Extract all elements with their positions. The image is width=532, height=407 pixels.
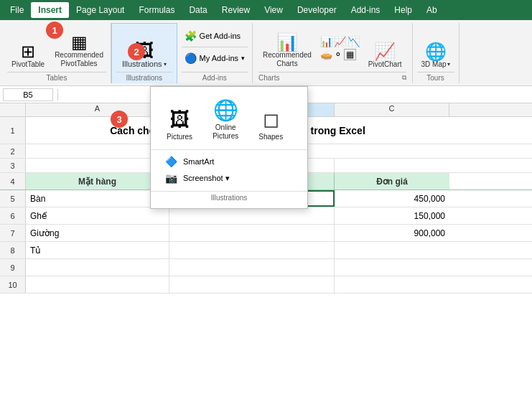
recommended-charts-label: RecommendedCharts	[263, 51, 312, 68]
cell-A8[interactable]: Tủ	[26, 242, 169, 258]
3dmap-label: 3D Map ▾	[421, 60, 450, 68]
area-chart-button[interactable]: 📉	[347, 36, 360, 47]
illustrations-label: Illustrations ▾	[122, 60, 167, 68]
online-pictures-icon: 🌐	[213, 98, 238, 122]
online-pictures-label: OnlinePictures	[213, 123, 238, 141]
smartart-icon: 🔷	[165, 156, 177, 167]
row-header: 7	[0, 225, 26, 241]
pictures-icon: 🖼	[169, 108, 190, 131]
table-row: 10	[0, 276, 532, 294]
recommended-pivottables-button[interactable]: ▦ RecommendedPivotTables	[52, 32, 106, 70]
illustrations-panel-label: Illustrations	[151, 191, 307, 204]
ribbon-content: ⊞ PivotTable ▦ RecommendedPivotTables Ta…	[3, 23, 529, 83]
row-header: 8	[0, 242, 26, 258]
row-header: 4	[0, 173, 26, 190]
line-chart-button[interactable]: 📈	[334, 36, 346, 47]
cell-B7[interactable]	[169, 225, 335, 241]
col-header-C: C	[335, 103, 449, 116]
menu-insert[interactable]: Insert	[31, 2, 69, 18]
badge-3: 3	[111, 111, 128, 128]
cell-A6[interactable]: Ghế	[26, 207, 169, 224]
table-row: 8 Tủ	[0, 242, 532, 259]
pie-chart-button[interactable]: 🥧	[320, 49, 332, 60]
row-header: 6	[0, 207, 26, 224]
shapes-label: Shapes	[258, 133, 283, 141]
pivottable-label: PivotTable	[11, 60, 45, 68]
menu-review[interactable]: Review	[215, 2, 257, 18]
cell-B6[interactable]	[169, 207, 335, 224]
online-pictures-button[interactable]: 🌐 OnlinePictures	[208, 95, 243, 144]
addins-group-label: Add-ins	[182, 72, 248, 83]
recommended-pivottables-label: RecommendedPivotTables	[55, 51, 103, 68]
screenshot-label: Screenshot ▾	[183, 174, 230, 183]
charts-group-label: Charts⧉	[258, 72, 406, 83]
pivotchart-label: PivotChart	[368, 60, 402, 68]
ribbon-group-charts: 📊 RecommendedCharts 📊 📈 📉 🥧 ⚬ ▦	[253, 23, 413, 83]
shapes-icon: ◻	[263, 108, 279, 131]
table-row: 6 Ghế 150,000	[0, 207, 532, 225]
tours-group-label: Tours	[417, 72, 454, 83]
pictures-button[interactable]: 🖼 Pictures	[162, 105, 197, 144]
get-addins-button[interactable]: 🧩 Get Add-ins	[182, 29, 248, 43]
menu-help[interactable]: Help	[387, 2, 419, 18]
shapes-button[interactable]: ◻ Shapes	[254, 105, 287, 144]
tables-group-label: Tables	[7, 72, 106, 83]
menu-data[interactable]: Data	[182, 2, 214, 18]
row-header: 3	[0, 159, 26, 172]
ribbon-group-tours: 🌐 3D Map ▾ Tours	[413, 23, 459, 83]
row-header: 5	[0, 190, 26, 207]
cell-A7[interactable]: Giường	[26, 225, 169, 241]
ribbon: ⊞ PivotTable ▦ RecommendedPivotTables Ta…	[0, 20, 532, 86]
row-header: 2	[0, 144, 26, 158]
cell-C8[interactable]	[335, 242, 449, 258]
badge-2: 2	[128, 43, 145, 60]
row-header: 1	[0, 117, 26, 144]
menu-file[interactable]: File	[3, 2, 31, 18]
col-header-A: A	[26, 103, 169, 116]
badge-1: 1	[46, 22, 63, 39]
smartart-button[interactable]: 🔷 SmartArt	[162, 154, 296, 169]
table-row: 9	[0, 259, 532, 276]
more-chart-button[interactable]: ▦	[344, 49, 356, 60]
menu-developer[interactable]: Developer	[290, 2, 344, 18]
row-header: 10	[0, 276, 26, 293]
cell-reference[interactable]	[3, 88, 53, 101]
scatter-chart-button[interactable]: ⚬	[334, 49, 342, 60]
screenshot-icon: 📷	[165, 172, 177, 184]
cell-C7[interactable]: 900,000	[335, 225, 449, 241]
menu-pagelayout[interactable]: Page Layout	[69, 2, 131, 18]
row-header: 9	[0, 259, 26, 276]
cell-B8[interactable]	[169, 242, 335, 258]
cell-C4[interactable]: Đơn giá	[335, 173, 449, 190]
bar-chart-button[interactable]: 📊	[320, 36, 332, 47]
ribbon-group-addins: 🧩 Get Add-ins 🔵 My Add-ins ▾ Add-ins	[177, 23, 253, 83]
illustrations-group-label: Illustrations	[116, 72, 172, 83]
pictures-label: Pictures	[167, 133, 192, 141]
3dmap-button[interactable]: 🌐 3D Map ▾	[417, 41, 454, 70]
pivottable-button[interactable]: ⊞ PivotTable	[7, 41, 49, 70]
menu-ab[interactable]: Ab	[419, 2, 444, 18]
menu-addins[interactable]: Add-ins	[344, 2, 388, 18]
cell-C6[interactable]: 150,000	[335, 207, 449, 224]
my-addins-button[interactable]: 🔵 My Add-ins ▾	[182, 51, 248, 65]
cell-A4[interactable]: Mặt hàng	[26, 173, 169, 190]
smartart-label: SmartArt	[183, 157, 214, 166]
screenshot-button[interactable]: 📷 Screenshot ▾	[162, 171, 296, 185]
pivotchart-button[interactable]: 📈 PivotChart	[364, 41, 406, 70]
menu-view[interactable]: View	[257, 2, 290, 18]
table-row: 7 Giường 900,000	[0, 225, 532, 242]
menu-formulas[interactable]: Formulas	[131, 2, 182, 18]
recommended-charts-button[interactable]: 📊 RecommendedCharts	[258, 32, 316, 70]
cell-A5[interactable]: Bàn	[26, 190, 169, 207]
cell-C5[interactable]: 450,000	[335, 190, 449, 207]
menu-bar: File Insert Page Layout Formulas Data Re…	[0, 0, 532, 20]
illustrations-dropdown: 🖼 Pictures 🌐 OnlinePictures ◻ Shapes 🔷 S…	[150, 86, 308, 209]
